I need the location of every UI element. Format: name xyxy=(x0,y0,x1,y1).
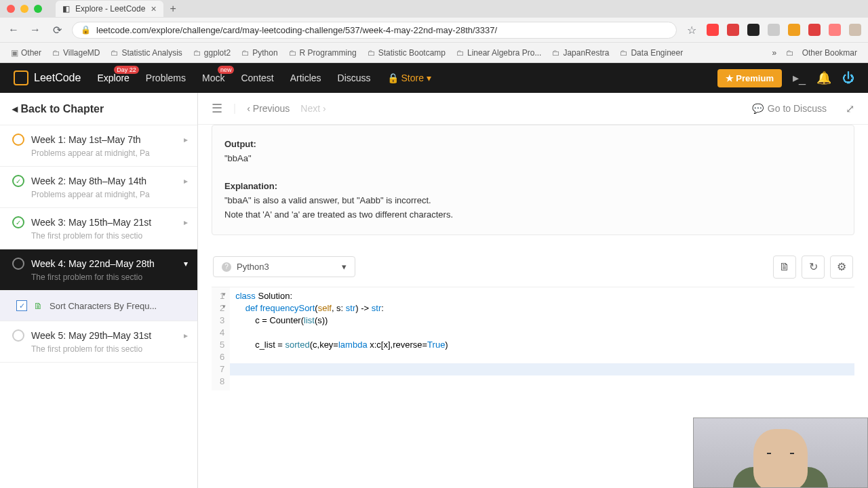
new-tab-button[interactable]: + xyxy=(170,3,176,15)
empty-icon xyxy=(12,258,24,270)
reload-button[interactable]: ⟳ xyxy=(50,24,64,37)
go-to-discuss[interactable]: 💬 Go to Discuss xyxy=(752,103,827,114)
close-tab-icon[interactable]: × xyxy=(151,3,156,14)
url-bar: ← → ⟳ 🔒 leetcode.com/explore/challenge/c… xyxy=(0,18,868,42)
progress-icon xyxy=(12,134,24,146)
notes-button[interactable]: 🗎 xyxy=(773,256,796,279)
ext-icon[interactable] xyxy=(727,24,739,36)
power-icon[interactable]: ⏻ xyxy=(842,71,854,85)
empty-icon xyxy=(12,329,24,342)
playground-icon[interactable]: ▸_ xyxy=(793,70,806,85)
chevron-down-icon: ▾ xyxy=(342,262,347,272)
forward-button[interactable]: → xyxy=(28,24,42,36)
next-button[interactable]: Next › xyxy=(300,103,326,114)
language-select[interactable]: ?Python3 ▾ xyxy=(213,256,355,277)
nav-problems[interactable]: Problems xyxy=(146,73,186,83)
ext-icon[interactable] xyxy=(829,24,841,36)
editor-toolbar: ?Python3 ▾ 🗎 ↻ ⚙ xyxy=(212,256,854,279)
webcam-overlay xyxy=(693,418,868,488)
bookmark-item[interactable]: 🗀Data Engineer xyxy=(616,47,687,59)
bookmark-item[interactable]: 🗀ggplot2 xyxy=(189,47,235,59)
lock-icon: 🔒 xyxy=(81,25,91,35)
nav-discuss[interactable]: Discuss xyxy=(338,73,371,83)
bookmark-item[interactable]: ▣Other xyxy=(7,47,45,59)
explanation-text: "bbaA" is also a valid answer, but "Aabb… xyxy=(224,195,431,205)
prev-button[interactable]: ‹ Previous xyxy=(247,103,290,114)
ext-icon[interactable] xyxy=(808,24,821,36)
nav-articles[interactable]: Articles xyxy=(290,73,321,83)
doc-icon: 🗎 xyxy=(34,301,43,311)
bookmark-item[interactable]: 🗀R Programming xyxy=(285,47,361,59)
problem-sort-characters[interactable]: ✓ 🗎 Sort Characters By Frequ... xyxy=(0,291,197,321)
profile-avatar[interactable] xyxy=(849,24,861,36)
bookmark-item[interactable]: 🗀Linear Algebra Pro... xyxy=(452,47,545,59)
ext-icon[interactable] xyxy=(768,24,780,36)
premium-button[interactable]: ★ Premium xyxy=(717,69,782,87)
line-gutter: 1▾ 2▾ 3 4 5 6 7 8 xyxy=(212,287,230,390)
menu-icon[interactable]: ☰ xyxy=(212,101,222,116)
url-input[interactable]: 🔒 leetcode.com/explore/challenge/card/ma… xyxy=(72,22,677,39)
leetcode-nav: LeetCode ExploreDay 22 Problems Mocknew … xyxy=(0,63,868,93)
bookmarks-bar: ▣Other 🗀VillageMD 🗀Statistic Analysis 🗀g… xyxy=(0,42,868,62)
tab-bar: ◧ Explore - LeetCode × + xyxy=(0,0,868,18)
settings-button[interactable]: ⚙ xyxy=(830,256,853,279)
back-to-chapter[interactable]: ◂ Back to Chapter xyxy=(0,93,197,125)
ext-icon[interactable] xyxy=(707,24,719,36)
browser-tab[interactable]: ◧ Explore - LeetCode × xyxy=(56,1,163,17)
ext-icon[interactable] xyxy=(788,24,800,36)
explanation-text: Note that 'A' and 'a' are treated as two… xyxy=(224,209,453,220)
nav-explore[interactable]: ExploreDay 22 xyxy=(97,73,129,83)
bookmark-overflow[interactable]: » 🗀 Other Bookmar xyxy=(768,47,861,59)
bookmark-item[interactable]: 🗀Statistic Bootcamp xyxy=(363,47,450,59)
content-header: ☰ | ‹ Previous Next › 💬 Go to Discuss ⤢ xyxy=(198,93,868,125)
code-editor[interactable]: 1▾ 2▾ 3 4 5 6 7 8 class Solution: def fr… xyxy=(212,287,854,390)
week-4[interactable]: Week 4: May 22nd–May 28th The first prob… xyxy=(0,249,197,291)
help-icon: ? xyxy=(222,262,231,272)
bookmark-item[interactable]: 🗀VillageMD xyxy=(48,47,104,59)
week-1[interactable]: Week 1: May 1st–May 7th Problems appear … xyxy=(0,125,197,167)
star-icon[interactable]: ☆ xyxy=(685,24,698,37)
chevron-right-icon: ▸ xyxy=(184,218,188,227)
week-2[interactable]: ✓Week 2: May 8th–May 14th Problems appea… xyxy=(0,167,197,208)
extension-icons xyxy=(707,24,861,36)
bell-icon[interactable]: 🔔 xyxy=(816,70,831,85)
ext-icon[interactable] xyxy=(747,24,760,36)
week-5[interactable]: Week 5: May 29th–May 31st The first prob… xyxy=(0,321,197,363)
output-value: "bbAa" xyxy=(224,153,252,163)
week-3[interactable]: ✓Week 3: May 15th–May 21st The first pro… xyxy=(0,208,197,249)
check-icon: ✓ xyxy=(12,216,24,228)
chevron-right-icon: ▸ xyxy=(184,135,188,144)
chevron-right-icon: ▸ xyxy=(184,331,188,340)
window-controls[interactable] xyxy=(7,5,42,13)
example-box: Output: "bbAa" Explanation: "bbaA" is al… xyxy=(212,125,854,235)
chevron-right-icon: ▸ xyxy=(184,176,188,186)
expand-icon[interactable]: ⤢ xyxy=(846,102,854,115)
bookmark-item[interactable]: 🗀Python xyxy=(237,47,281,59)
back-button[interactable]: ← xyxy=(7,24,20,36)
bookmark-item[interactable]: 🗀JapanRestra xyxy=(548,47,613,59)
bookmark-item[interactable]: 🗀Statistic Analysis xyxy=(106,47,186,59)
nav-mock[interactable]: Mocknew xyxy=(202,73,224,83)
reset-button[interactable]: ↻ xyxy=(802,256,825,279)
chapter-sidebar: ◂ Back to Chapter Week 1: May 1st–May 7t… xyxy=(0,93,198,488)
leetcode-logo[interactable]: LeetCode xyxy=(14,70,81,85)
check-icon: ✓ xyxy=(12,175,24,187)
logo-icon xyxy=(14,70,28,85)
output-label: Output: xyxy=(224,139,256,149)
nav-store[interactable]: 🔒 Store ▾ xyxy=(387,73,431,83)
nav-contest[interactable]: Contest xyxy=(241,73,273,83)
checked-icon: ✓ xyxy=(16,300,27,311)
chevron-down-icon: ▾ xyxy=(184,259,188,268)
code-content[interactable]: class Solution: def frequencySort(self, … xyxy=(230,287,854,390)
explanation-label: Explanation: xyxy=(224,181,277,191)
